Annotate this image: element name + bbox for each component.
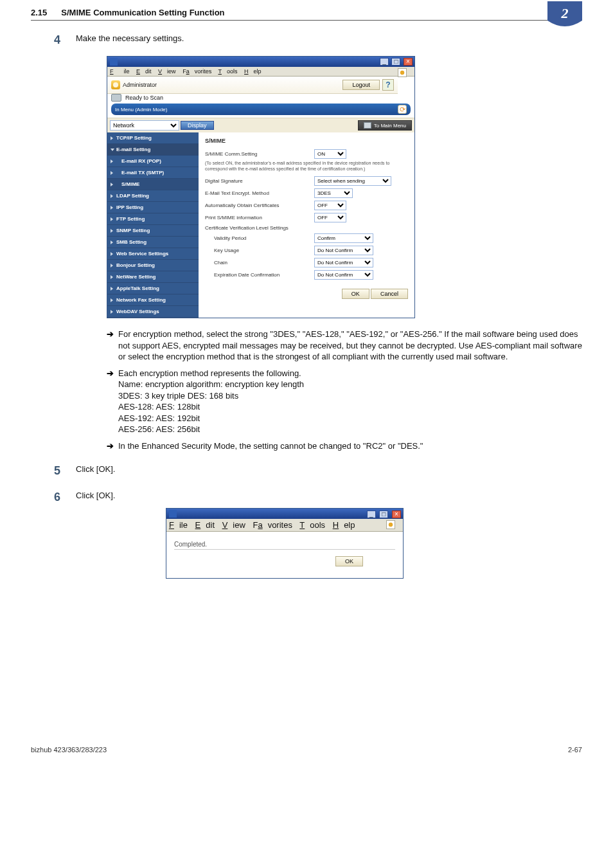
- menu-file[interactable]: File: [169, 520, 188, 530]
- sidebar-item-smime[interactable]: S/MIME: [107, 179, 199, 190]
- menu-favorites[interactable]: Favorites: [253, 520, 292, 530]
- menu-file[interactable]: File: [110, 68, 130, 75]
- svg-text:2: 2: [561, 5, 569, 21]
- note-comm: (To select ON, the administrator's e-mai…: [205, 161, 408, 172]
- select-expiration[interactable]: Do Not Confirm: [314, 270, 373, 280]
- step-5-text: Click [OK].: [76, 464, 582, 478]
- printer-icon: [111, 94, 121, 102]
- sidebar-item-email-rx[interactable]: E-mail RX (POP): [107, 156, 199, 167]
- sidebar-item-appletalk[interactable]: AppleTalk Setting: [107, 283, 199, 294]
- sidebar-item-ipp[interactable]: IPP Setting: [107, 202, 199, 213]
- menu-view[interactable]: View: [222, 520, 245, 530]
- window-close-icon[interactable]: ×: [404, 58, 413, 66]
- label-chain: Chain: [205, 260, 314, 266]
- ok-button[interactable]: OK: [342, 289, 369, 299]
- window-maximize-icon[interactable]: □: [379, 511, 388, 518]
- label-comm: S/MIME Comm.Setting: [205, 151, 314, 157]
- sidebar-item-networkfax[interactable]: Network Fax Setting: [107, 294, 199, 306]
- ie-icon: [110, 58, 118, 66]
- menu-tools[interactable]: Tools: [218, 68, 238, 75]
- section-dropdown[interactable]: Network: [110, 120, 179, 131]
- browser-menubar: File Edit View Favorites Tools Help: [107, 67, 414, 77]
- sidebar-item-smb[interactable]: SMB Setting: [107, 237, 199, 248]
- browser-window-completed: _ □ × File Edit View Favorites Tools Hel…: [166, 508, 404, 579]
- step-6-text: Click [OK].: [76, 491, 582, 500]
- administrator-icon: [111, 80, 120, 89]
- window-maximize-icon[interactable]: □: [391, 58, 400, 66]
- label-signature: Digital Signature: [205, 178, 314, 184]
- sidebar-item-ftp[interactable]: FTP Setting: [107, 213, 199, 225]
- menu-view[interactable]: View: [158, 68, 176, 75]
- label-expiration: Expiration Date Confirmation: [205, 272, 314, 278]
- label-cvls: Certificate Verification Level Settings: [205, 225, 314, 231]
- window-close-icon[interactable]: ×: [392, 511, 401, 518]
- select-comm[interactable]: ON: [314, 149, 346, 159]
- chapter-badge: 2: [547, 1, 582, 28]
- window-minimize-icon[interactable]: _: [367, 511, 376, 518]
- sidebar-item-email-tx[interactable]: E-mail TX (SMTP): [107, 167, 199, 179]
- step-4-text: Make the necessary settings.: [76, 33, 582, 43]
- footer-page: 2-67: [568, 746, 582, 754]
- select-autoobtain[interactable]: OFF: [314, 201, 346, 210]
- footer-model: bizhub 423/363/283/223: [31, 746, 107, 754]
- bullet-encryption-strong: For encryption method, select the strong…: [107, 329, 582, 363]
- smime-form: S/MIME S/MIME Comm.Setting ON (To select…: [199, 132, 414, 318]
- help-icon[interactable]: ?: [382, 79, 394, 91]
- select-validity[interactable]: Confirm: [314, 233, 373, 243]
- menu-edit[interactable]: Edit: [136, 68, 152, 75]
- sidebar-item-tcpip[interactable]: TCP/IP Setting: [107, 132, 199, 144]
- form-heading: S/MIME: [205, 138, 408, 144]
- display-button[interactable]: Display: [181, 121, 214, 130]
- logout-button[interactable]: Logout: [342, 80, 380, 90]
- menu-favorites[interactable]: Favorites: [182, 68, 211, 75]
- to-main-menu-button[interactable]: To Main Menu: [358, 120, 412, 131]
- sidebar-item-email[interactable]: E-mail Setting: [107, 144, 199, 156]
- browser-window-smime: _ □ × File Edit View Favorites Tools Hel…: [107, 56, 415, 318]
- select-keyusage[interactable]: Do Not Confirm: [314, 246, 373, 255]
- settings-sidebar: TCP/IP Setting E-mail Setting E-mail RX …: [107, 132, 199, 318]
- ie-throbber-icon: [386, 520, 395, 529]
- step-6-number: 6: [31, 491, 76, 579]
- window-minimize-icon[interactable]: _: [380, 58, 389, 66]
- menu-help[interactable]: Help: [244, 68, 262, 75]
- status-in-menu: In Menu (Admin Mode): [115, 107, 167, 113]
- label-keyusage: Key Usage: [205, 248, 314, 253]
- main-menu-icon: [364, 122, 371, 129]
- label-printsmime: Print S/MIME information: [205, 215, 314, 221]
- select-encrypt[interactable]: 3DES: [314, 188, 353, 198]
- menu-edit[interactable]: Edit: [195, 520, 215, 530]
- sidebar-item-ldap[interactable]: LDAP Setting: [107, 190, 199, 202]
- step-4-number: 4: [31, 33, 76, 47]
- sidebar-item-webdav[interactable]: WebDAV Settings: [107, 306, 199, 318]
- status-ready: Ready to Scan: [125, 95, 163, 101]
- bullet-enhanced-security: In the Enhanced Security Mode, the setti…: [107, 440, 582, 452]
- select-signature[interactable]: Select when sending: [314, 176, 391, 186]
- sidebar-item-netware[interactable]: NetWare Setting: [107, 271, 199, 283]
- ie-icon: [169, 510, 177, 518]
- menu-help[interactable]: Help: [333, 520, 355, 530]
- cancel-button[interactable]: Cancel: [371, 289, 408, 299]
- sidebar-item-webservice[interactable]: Web Service Settings: [107, 248, 199, 260]
- completed-label: Completed.: [174, 541, 395, 548]
- sidebar-item-bonjour[interactable]: Bonjour Setting: [107, 260, 199, 271]
- browser-menubar: File Edit View Favorites Tools Help: [166, 519, 403, 532]
- ie-throbber-icon: [398, 68, 407, 77]
- select-chain[interactable]: Do Not Confirm: [314, 258, 373, 267]
- sidebar-item-snmp[interactable]: SNMP Setting: [107, 225, 199, 237]
- label-autoobtain: Automatically Obtain Certificates: [205, 203, 314, 208]
- label-encrypt: E-Mail Text Encrypt. Method: [205, 190, 314, 196]
- bullet-encryption-methods: Each encryption method represents the fo…: [107, 368, 582, 435]
- refresh-icon[interactable]: ⟳: [398, 105, 407, 114]
- completed-ok-button[interactable]: OK: [335, 556, 363, 566]
- step-5-number: 5: [31, 464, 76, 478]
- select-printsmime[interactable]: OFF: [314, 213, 346, 222]
- section-number: 2.15: [31, 8, 47, 17]
- section-title: S/MIME Communication Setting Function: [61, 8, 224, 17]
- administrator-label: Administrator: [123, 82, 157, 88]
- label-validity: Validity Period: [205, 235, 314, 241]
- menu-tools[interactable]: Tools: [299, 520, 325, 530]
